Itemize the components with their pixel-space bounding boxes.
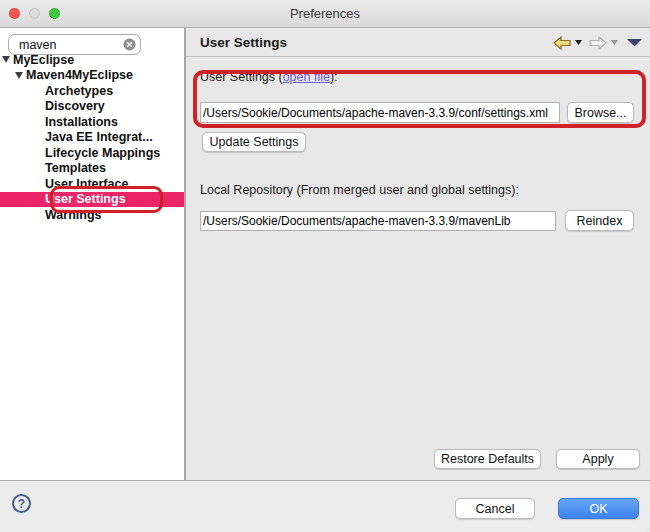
preferences-window: Preferences MyEclipseMaven4MyEclipseArch… xyxy=(0,0,650,532)
label-suffix: ): xyxy=(330,70,338,84)
tree-item-templates[interactable]: Templates xyxy=(0,161,184,177)
tree-item-label: Warnings xyxy=(45,208,101,222)
user-settings-path-field[interactable] xyxy=(200,102,560,123)
browse-button[interactable]: Browse... xyxy=(567,102,634,123)
user-settings-label: User Settings (open file): xyxy=(200,70,338,84)
tree-item-user-interface[interactable]: User Interface xyxy=(0,176,184,192)
back-arrow-icon[interactable] xyxy=(553,36,571,50)
header-nav-icons xyxy=(553,28,642,57)
dialog-footer: ? Cancel OK xyxy=(0,480,650,532)
cancel-button[interactable]: Cancel xyxy=(455,498,535,519)
tree-item-lifecycle-mappings[interactable]: Lifecycle Mappings xyxy=(0,145,184,161)
tree-item-label: MyEclipse xyxy=(13,53,74,67)
tree-item-user-settings[interactable]: User Settings xyxy=(0,192,184,208)
view-menu-icon[interactable] xyxy=(627,38,642,47)
label-prefix: User Settings ( xyxy=(200,70,283,84)
preferences-sidebar: MyEclipseMaven4MyEclipseArchetypesDiscov… xyxy=(0,28,186,480)
tree-item-discovery[interactable]: Discovery xyxy=(0,99,184,115)
forward-arrow-icon[interactable] xyxy=(589,36,607,50)
window-title: Preferences xyxy=(0,0,650,27)
tree-item-java-ee-integrat[interactable]: Java EE Integrat... xyxy=(0,130,184,146)
disclosure-triangle-icon[interactable] xyxy=(2,56,10,63)
tree-item-warnings[interactable]: Warnings xyxy=(0,207,184,223)
tree-item-label: Maven4MyEclipse xyxy=(26,68,133,82)
tree-item-label: Archetypes xyxy=(45,84,113,98)
page-header: User Settings xyxy=(186,28,650,57)
ok-button[interactable]: OK xyxy=(558,498,639,519)
tree-item-label: Templates xyxy=(45,161,106,175)
back-dropdown-icon[interactable] xyxy=(575,40,582,45)
forward-dropdown-icon[interactable] xyxy=(611,40,618,45)
tree-item-archetypes[interactable]: Archetypes xyxy=(0,83,184,99)
local-repository-label: Local Repository (From merged user and g… xyxy=(200,183,519,197)
tree-item-myeclipse[interactable]: MyEclipse xyxy=(0,52,184,68)
reindex-button[interactable]: Reindex xyxy=(565,210,634,231)
disclosure-triangle-icon[interactable] xyxy=(15,72,23,79)
open-file-link[interactable]: open file xyxy=(283,70,330,84)
page-title: User Settings xyxy=(200,28,287,57)
tree-item-label: User Interface xyxy=(45,177,128,191)
update-settings-button[interactable]: Update Settings xyxy=(202,132,306,152)
dialog-body: MyEclipseMaven4MyEclipseArchetypesDiscov… xyxy=(0,28,650,480)
apply-button[interactable]: Apply xyxy=(556,449,640,469)
tree-item-label: Lifecycle Mappings xyxy=(45,146,160,160)
help-button[interactable]: ? xyxy=(12,494,31,513)
tree-item-maven4myeclipse[interactable]: Maven4MyEclipse xyxy=(0,68,184,84)
local-repository-path-field[interactable] xyxy=(200,211,556,231)
clear-search-icon[interactable] xyxy=(123,38,136,51)
main-panel: User Settings xyxy=(186,28,650,480)
preferences-tree: MyEclipseMaven4MyEclipseArchetypesDiscov… xyxy=(0,52,184,223)
titlebar: Preferences xyxy=(0,0,650,28)
tree-item-label: Installations xyxy=(45,115,118,129)
tree-item-label: Discovery xyxy=(45,99,105,113)
restore-defaults-button[interactable]: Restore Defaults xyxy=(434,449,541,469)
tree-item-label: Java EE Integrat... xyxy=(45,130,153,144)
tree-item-label: User Settings xyxy=(45,192,126,206)
tree-item-installations[interactable]: Installations xyxy=(0,114,184,130)
